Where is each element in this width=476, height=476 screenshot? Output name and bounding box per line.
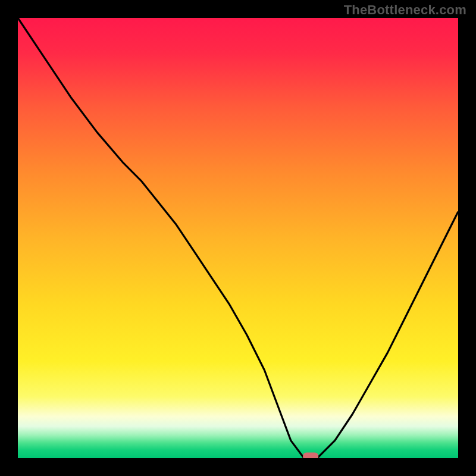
chart-frame: TheBottleneck.com — [0, 0, 476, 476]
optimal-marker — [303, 453, 318, 458]
gradient-background — [18, 18, 458, 458]
bottleneck-chart — [18, 18, 458, 458]
plot-area — [18, 18, 458, 458]
watermark-label: TheBottleneck.com — [344, 2, 466, 18]
